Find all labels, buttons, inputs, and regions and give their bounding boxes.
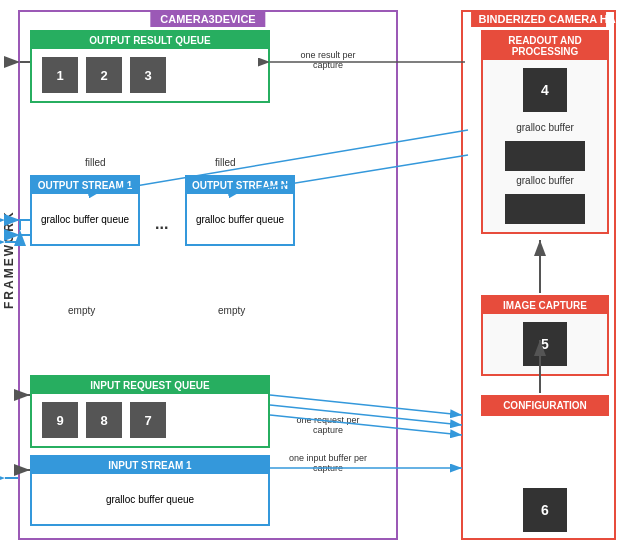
- label-one-request: one request per capture: [288, 415, 368, 435]
- binderized-title: BINDERIZED CAMERA HAL: [471, 11, 607, 27]
- image-capture-title: IMAGE CAPTURE: [483, 297, 607, 314]
- input-stream1: INPUT STREAM 1 gralloc buffer queue: [30, 455, 270, 526]
- output-streamN-title: OUTPUT STREAM N: [187, 177, 293, 194]
- queue-item-1: 1: [42, 57, 78, 93]
- readout-gralloc-2: [505, 194, 585, 224]
- gralloc-label-1: gralloc buffer: [483, 120, 607, 139]
- input-stream1-body: gralloc buffer queue: [32, 474, 268, 524]
- queue-item-3: 3: [130, 57, 166, 93]
- label-filled-2: filled: [215, 157, 236, 168]
- output-streamN-body: gralloc buffer queue: [187, 194, 293, 244]
- output-result-queue-title: OUTPUT RESULT QUEUE: [32, 32, 268, 49]
- queue-item-7: 7: [130, 402, 166, 438]
- camera3device-title: CAMERA3DEVICE: [150, 11, 265, 27]
- readout-item-4: 4: [523, 68, 567, 112]
- output-result-queue-items: 1 2 3: [32, 49, 268, 101]
- label-empty-1: empty: [68, 305, 95, 316]
- readout-title: READOUT AND PROCESSING: [483, 32, 607, 60]
- main-container: FRAMEWORK CAMERA3DEVICE BINDERIZED CAMER…: [0, 0, 621, 549]
- queue-item-9: 9: [42, 402, 78, 438]
- configuration-box: CONFIGURATION: [481, 395, 609, 416]
- configuration-title: CONFIGURATION: [483, 397, 607, 414]
- output-streamN: OUTPUT STREAM N gralloc buffer queue: [185, 175, 295, 246]
- gralloc-label-2: gralloc buffer: [483, 173, 607, 192]
- image-capture-box: IMAGE CAPTURE 5: [481, 295, 609, 376]
- input-request-queue: INPUT REQUEST QUEUE 9 8 7: [30, 375, 270, 448]
- output-stream1: OUTPUT STREAM 1 gralloc buffer queue: [30, 175, 140, 246]
- label-empty-2: empty: [218, 305, 245, 316]
- stream-dots: ...: [155, 215, 168, 233]
- readout-box: READOUT AND PROCESSING 4 gralloc buffer …: [481, 30, 609, 234]
- queue-item-2: 2: [86, 57, 122, 93]
- output-stream1-title: OUTPUT STREAM 1: [32, 177, 138, 194]
- label-one-result: one result per capture: [288, 50, 368, 70]
- input-request-queue-title: INPUT REQUEST QUEUE: [32, 377, 268, 394]
- output-result-queue: OUTPUT RESULT QUEUE 1 2 3: [30, 30, 270, 103]
- bottom-dark-item: 6: [481, 480, 609, 540]
- input-stream1-title: INPUT STREAM 1: [32, 457, 268, 474]
- readout-gralloc-1: [505, 141, 585, 171]
- input-request-queue-items: 9 8 7: [32, 394, 268, 446]
- framework-label: FRAMEWORK: [0, 50, 18, 470]
- image-capture-item-5: 5: [523, 322, 567, 366]
- queue-item-8: 8: [86, 402, 122, 438]
- output-stream1-body: gralloc buffer queue: [32, 194, 138, 244]
- configuration-item-6: 6: [523, 488, 567, 532]
- label-filled-1: filled: [85, 157, 106, 168]
- label-one-input: one input buffer per capture: [288, 453, 368, 473]
